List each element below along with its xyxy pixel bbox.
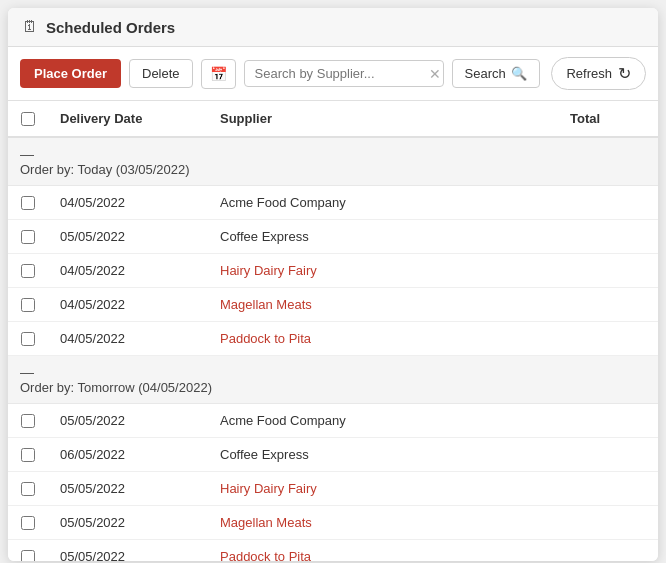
row-total: [558, 506, 658, 540]
table-row: 05/05/2022Magellan Meats: [8, 506, 658, 540]
row-supplier[interactable]: Hairy Dairy Fairy: [208, 254, 558, 288]
refresh-button[interactable]: Refresh ↻: [551, 57, 646, 90]
collapse-group-button[interactable]: —: [20, 364, 34, 380]
table-body: — Order by: Today (03/05/2022)04/05/2022…: [8, 137, 658, 561]
row-delivery-date: 05/05/2022: [48, 220, 208, 254]
row-checkbox[interactable]: [21, 550, 35, 562]
delete-button[interactable]: Delete: [129, 59, 193, 88]
supplier-link[interactable]: Hairy Dairy Fairy: [220, 263, 317, 278]
title-bar: 🗓 Scheduled Orders: [8, 8, 658, 47]
row-checkbox-cell: [8, 540, 48, 562]
supplier-link[interactable]: Magellan Meats: [220, 515, 312, 530]
header-supplier: Supplier: [208, 101, 558, 137]
row-delivery-date: 04/05/2022: [48, 186, 208, 220]
row-checkbox-cell: [8, 322, 48, 356]
clear-search-button[interactable]: ✕: [427, 67, 443, 81]
row-total: [558, 288, 658, 322]
table-row: 04/05/2022Acme Food Company: [8, 186, 658, 220]
calendar-button[interactable]: 📅: [201, 59, 236, 89]
row-delivery-date: 04/05/2022: [48, 288, 208, 322]
supplier-link[interactable]: Magellan Meats: [220, 297, 312, 312]
header-delivery-date: Delivery Date: [48, 101, 208, 137]
row-supplier[interactable]: Paddock to Pita: [208, 540, 558, 562]
group-header-row: — Order by: Tomorrow (04/05/2022): [8, 356, 658, 404]
search-wrapper: ✕: [244, 60, 444, 87]
page-title: Scheduled Orders: [46, 19, 175, 36]
place-order-button[interactable]: Place Order: [20, 59, 121, 88]
row-checkbox-cell: [8, 220, 48, 254]
row-supplier[interactable]: Magellan Meats: [208, 506, 558, 540]
row-checkbox[interactable]: [21, 482, 35, 496]
select-all-checkbox[interactable]: [21, 112, 35, 126]
row-checkbox-cell: [8, 254, 48, 288]
row-supplier: Coffee Express: [208, 220, 558, 254]
table-row: 05/05/2022Acme Food Company: [8, 404, 658, 438]
collapse-group-button[interactable]: —: [20, 146, 34, 162]
group-label: Order by: Tomorrow (04/05/2022): [20, 380, 212, 395]
supplier-name: Acme Food Company: [220, 413, 346, 428]
orders-table-container: Delivery Date Supplier Total — Order by:…: [8, 101, 658, 561]
group-label: Order by: Today (03/05/2022): [20, 162, 190, 177]
header-total: Total: [558, 101, 658, 137]
row-delivery-date: 05/05/2022: [48, 472, 208, 506]
row-delivery-date: 04/05/2022: [48, 322, 208, 356]
refresh-button-label: Refresh: [566, 66, 612, 81]
row-checkbox[interactable]: [21, 516, 35, 530]
row-delivery-date: 04/05/2022: [48, 254, 208, 288]
row-total: [558, 404, 658, 438]
calendar-icon: 📅: [210, 66, 227, 82]
table-header-row: Delivery Date Supplier Total: [8, 101, 658, 137]
search-input[interactable]: [251, 61, 427, 86]
title-bar-icon: 🗓: [22, 18, 38, 36]
row-checkbox[interactable]: [21, 230, 35, 244]
row-supplier[interactable]: Paddock to Pita: [208, 322, 558, 356]
table-row: 05/05/2022Hairy Dairy Fairy: [8, 472, 658, 506]
table-row: 06/05/2022Coffee Express: [8, 438, 658, 472]
supplier-link[interactable]: Hairy Dairy Fairy: [220, 481, 317, 496]
supplier-link[interactable]: Paddock to Pita: [220, 549, 311, 561]
row-total: [558, 254, 658, 288]
table-row: 05/05/2022Paddock to Pita: [8, 540, 658, 562]
row-delivery-date: 05/05/2022: [48, 404, 208, 438]
row-total: [558, 186, 658, 220]
supplier-name: Acme Food Company: [220, 195, 346, 210]
row-supplier[interactable]: Magellan Meats: [208, 288, 558, 322]
row-total: [558, 322, 658, 356]
supplier-name: Coffee Express: [220, 447, 309, 462]
row-checkbox-cell: [8, 288, 48, 322]
toolbar: Place Order Delete 📅 ✕ Search 🔍 Refresh …: [8, 47, 658, 101]
orders-table: Delivery Date Supplier Total — Order by:…: [8, 101, 658, 561]
row-delivery-date: 05/05/2022: [48, 540, 208, 562]
row-total: [558, 472, 658, 506]
row-checkbox[interactable]: [21, 414, 35, 428]
row-checkbox[interactable]: [21, 298, 35, 312]
row-checkbox[interactable]: [21, 196, 35, 210]
group-header-row: — Order by: Today (03/05/2022): [8, 137, 658, 186]
table-row: 04/05/2022Paddock to Pita: [8, 322, 658, 356]
row-checkbox[interactable]: [21, 264, 35, 278]
row-delivery-date: 06/05/2022: [48, 438, 208, 472]
row-checkbox-cell: [8, 186, 48, 220]
row-total: [558, 540, 658, 562]
row-total: [558, 438, 658, 472]
row-checkbox[interactable]: [21, 448, 35, 462]
row-supplier: Coffee Express: [208, 438, 558, 472]
row-checkbox-cell: [8, 404, 48, 438]
row-checkbox-cell: [8, 506, 48, 540]
row-supplier[interactable]: Hairy Dairy Fairy: [208, 472, 558, 506]
search-button-label: Search: [465, 66, 506, 81]
search-icon: 🔍: [511, 66, 527, 81]
search-button[interactable]: Search 🔍: [452, 59, 540, 88]
table-row: 04/05/2022Hairy Dairy Fairy: [8, 254, 658, 288]
row-checkbox-cell: [8, 438, 48, 472]
row-checkbox[interactable]: [21, 332, 35, 346]
supplier-name: Coffee Express: [220, 229, 309, 244]
row-supplier: Acme Food Company: [208, 404, 558, 438]
table-row: 05/05/2022Coffee Express: [8, 220, 658, 254]
refresh-icon: ↻: [618, 64, 631, 83]
row-checkbox-cell: [8, 472, 48, 506]
row-total: [558, 220, 658, 254]
supplier-link[interactable]: Paddock to Pita: [220, 331, 311, 346]
main-window: 🗓 Scheduled Orders Place Order Delete 📅 …: [8, 8, 658, 561]
row-supplier: Acme Food Company: [208, 186, 558, 220]
